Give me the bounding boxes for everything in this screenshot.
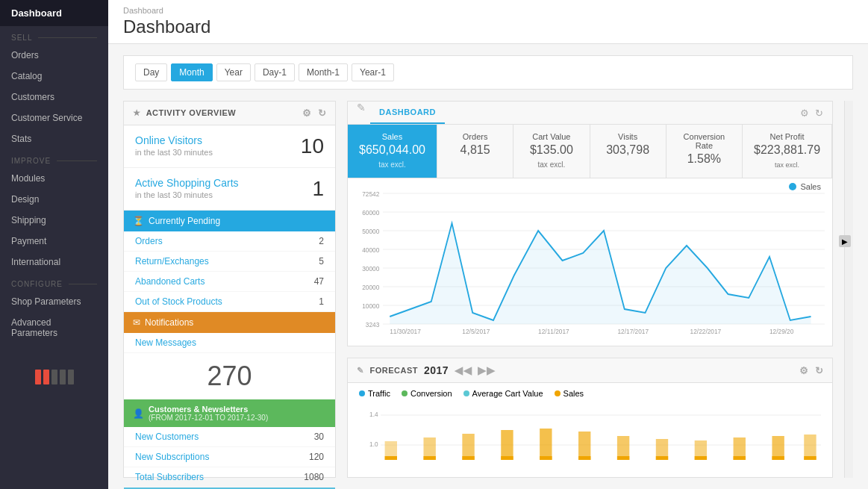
pending-carts-label[interactable]: Abandoned Carts xyxy=(135,276,204,287)
svg-rect-44 xyxy=(578,456,590,460)
sales-legend-dot xyxy=(789,183,796,190)
period-bar: Day Month Year Day-1 Month-1 Year-1 xyxy=(123,55,853,90)
svg-text:60000: 60000 xyxy=(362,209,379,217)
pending-orders-row: Orders 2 xyxy=(124,231,335,252)
forecast-year: 2017 xyxy=(424,364,449,376)
sales-tab-cart-value[interactable]: Cart Value $135.00 tax excl. xyxy=(513,125,590,178)
svg-text:10000: 10000 xyxy=(362,302,379,310)
forecast-panel: ✎ FORECAST 2017 ◀◀ ▶▶ ⚙ ↻ Traffic xyxy=(347,358,833,478)
pending-returns-label[interactable]: Return/Exchanges xyxy=(135,256,209,267)
svg-text:12/29/20: 12/29/20 xyxy=(769,328,794,335)
sidebar-item-international[interactable]: International xyxy=(0,252,108,272)
pending-carts-value: 47 xyxy=(314,276,324,287)
chart-legend: Sales xyxy=(789,182,821,191)
sidebar-header: Dashboard xyxy=(0,0,108,26)
sidebar-section-configure: CONFIGURE xyxy=(0,272,108,291)
sidebar-item-customers[interactable]: Customers xyxy=(0,87,108,108)
sidebar-item-customer-service[interactable]: Customer Service xyxy=(0,108,108,128)
prev-year-button[interactable]: ◀◀ xyxy=(455,364,472,376)
sidebar-item-shop-parameters[interactable]: Shop Parameters xyxy=(0,291,108,312)
bar-item-3 xyxy=(51,370,57,384)
gear-icon[interactable]: ⚙ xyxy=(302,108,312,119)
sidebar-item-advanced-parameters[interactable]: Advanced Parameters xyxy=(0,312,108,343)
forecast-refresh-icon[interactable]: ↻ xyxy=(815,365,824,376)
sales-tab-value: $650,044.00 tax excl. xyxy=(359,143,425,170)
svg-rect-30 xyxy=(501,430,513,460)
period-btn-day1[interactable]: Day-1 xyxy=(255,63,295,81)
svg-rect-48 xyxy=(734,456,746,460)
new-customers-value: 30 xyxy=(314,432,324,442)
visits-tab-label: Visits xyxy=(602,132,655,141)
cart-tab-value: $135.00 tax excl. xyxy=(525,143,578,170)
currently-pending-title: Currently Pending xyxy=(149,216,220,226)
customers-subtitle: (FROM 2017-12-01 TO 2017-12-30) xyxy=(149,414,268,422)
online-visitors-value: 10 xyxy=(301,134,324,158)
page-title: Dashboard xyxy=(123,16,853,37)
forecast-bar-chart: 1.4 1.0 xyxy=(359,408,821,467)
sales-tab-profit[interactable]: Net Profit $223,881.79 tax excl. xyxy=(743,125,832,178)
sales-tab-visits[interactable]: Visits 303,798 xyxy=(590,125,666,178)
chart-gear-icon[interactable]: ⚙ xyxy=(800,108,809,119)
online-visitors-sub: in the last 30 minutes xyxy=(135,148,213,157)
sales-tabs: Sales $650,044.00 tax excl. Orders 4,815… xyxy=(348,125,832,178)
traffic-legend-label: Traffic xyxy=(368,389,390,398)
new-subscriptions-label[interactable]: New Subscriptions xyxy=(135,452,209,462)
forecast-chart-icon: ✎ xyxy=(357,366,364,376)
active-carts-block: Active Shopping Carts in the last 30 min… xyxy=(124,168,335,211)
bar-item-2 xyxy=(43,370,49,384)
forecast-gear-icon[interactable]: ⚙ xyxy=(799,365,809,376)
sidebar-item-catalog[interactable]: Catalog xyxy=(0,66,108,87)
sales-tab-conversion[interactable]: Conversion Rate 1.58% xyxy=(666,125,743,178)
sidebar-item-payment[interactable]: Payment xyxy=(0,231,108,252)
sidebar-item-orders[interactable]: Orders xyxy=(0,45,108,66)
notifications-bar: ✉ Notifications xyxy=(124,312,335,333)
online-visitors-label[interactable]: Online Visitors xyxy=(135,134,213,146)
new-customers-row: New Customers 30 xyxy=(124,427,335,447)
active-carts-label[interactable]: Active Shopping Carts xyxy=(135,177,239,189)
total-subscribers-label[interactable]: Total Subscribers xyxy=(135,472,204,482)
conversion-tab-label: Conversion Rate xyxy=(678,132,731,150)
total-subscribers-row: Total Subscribers 1080 xyxy=(124,467,335,488)
new-messages-label[interactable]: New Messages xyxy=(135,337,196,348)
conversion-tab-value: 1.58% xyxy=(678,152,731,166)
pending-stock-label[interactable]: Out of Stock Products xyxy=(135,296,222,307)
avg-cart-dot xyxy=(463,390,469,396)
activity-header-actions: ⚙ ↻ xyxy=(302,108,326,119)
breadcrumb: Dashboard xyxy=(123,6,853,15)
period-btn-month[interactable]: Month xyxy=(171,63,212,81)
chart-tabs-left: ✎ DASHBOARD xyxy=(357,102,445,124)
sidebar-item-shipping[interactable]: Shipping xyxy=(0,210,108,231)
cart-tab-label: Cart Value xyxy=(525,132,578,141)
legend-sales: Sales xyxy=(555,389,584,398)
bar-item-1 xyxy=(35,370,41,384)
refresh-icon[interactable]: ↻ xyxy=(318,108,327,119)
conversion-legend-label: Conversion xyxy=(410,389,452,398)
svg-rect-47 xyxy=(695,456,707,460)
next-year-button[interactable]: ▶▶ xyxy=(478,364,495,376)
topbar: Dashboard Dashboard xyxy=(108,0,868,44)
chart-header-actions: ⚙ ↻ xyxy=(800,108,823,119)
period-btn-day[interactable]: Day xyxy=(135,63,167,81)
period-btn-year1[interactable]: Year-1 xyxy=(352,63,394,81)
sidebar-item-modules[interactable]: Modules xyxy=(0,168,108,189)
new-customers-label[interactable]: New Customers xyxy=(135,432,199,442)
sales-tab-orders[interactable]: Orders 4,815 xyxy=(437,125,513,178)
period-btn-month1[interactable]: Month-1 xyxy=(299,63,348,81)
total-subscribers-value: 1080 xyxy=(304,472,324,482)
profit-tab-value: $223,881.79 tax excl. xyxy=(754,143,820,170)
pending-orders-label[interactable]: Orders xyxy=(135,236,163,246)
period-btn-year[interactable]: Year xyxy=(216,63,251,81)
tab-dashboard[interactable]: DASHBOARD xyxy=(370,102,445,124)
sidebar-item-design[interactable]: Design xyxy=(0,189,108,210)
right-panel-stub: ▶ xyxy=(844,101,853,478)
svg-rect-41 xyxy=(462,456,474,460)
sales-tab-sales[interactable]: Sales $650,044.00 tax excl. xyxy=(348,125,437,178)
forecast-title: FORECAST xyxy=(370,366,419,375)
right-panel-toggle[interactable]: ▶ xyxy=(839,235,851,247)
activity-panel: ★ ACTIVITY OVERVIEW ⚙ ↻ Online Visitors … xyxy=(123,101,336,478)
svg-text:30000: 30000 xyxy=(362,265,379,272)
online-visitors-block: Online Visitors in the last 30 minutes 1… xyxy=(124,125,335,168)
sidebar-section-improve: IMPROVE xyxy=(0,149,108,168)
chart-refresh-icon[interactable]: ↻ xyxy=(815,108,823,119)
sidebar-item-stats[interactable]: Stats xyxy=(0,128,108,149)
